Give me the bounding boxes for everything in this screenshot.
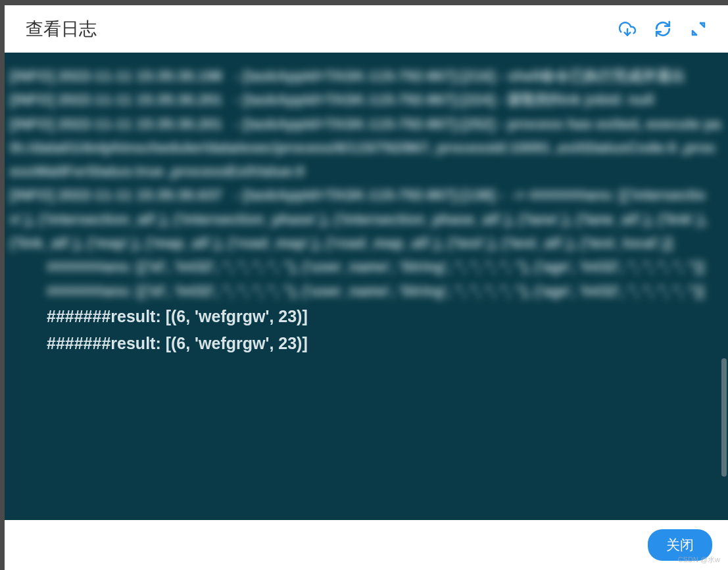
log-line: #######ans: [('id', 'Int32', '', '', '',… <box>10 279 723 303</box>
log-body[interactable]: [INFO] 2022-11-11 15:35:30.198 - [taskAp… <box>5 53 728 520</box>
log-line: [INFO] 2022-11-11 15:35:30.198 - [taskAp… <box>10 64 723 88</box>
modal-header: 查看日志 <box>5 5 728 53</box>
refresh-icon[interactable] <box>654 20 671 37</box>
log-line: [INFO] 2022-11-11 15:35:30.201 - [taskAp… <box>10 112 723 184</box>
modal-title: 查看日志 <box>26 17 97 41</box>
header-actions <box>619 20 707 37</box>
log-line: #######result: [(6, 'wefgrgw', 23)] <box>10 330 723 357</box>
fullscreen-icon[interactable] <box>690 20 707 37</box>
log-line: #######result: [(6, 'wefgrgw', 23)] <box>10 303 723 330</box>
scrollbar-thumb[interactable] <box>721 358 727 477</box>
modal-footer: 关闭 <box>5 520 728 570</box>
log-line: #######ans: [('id', 'Int32', '', '', '',… <box>10 255 723 279</box>
watermark: CSDN @水w <box>678 555 720 565</box>
log-line: [INFO] 2022-11-11 15:35:30.201 - [taskAp… <box>10 88 723 112</box>
log-line: [INFO] 2022-11-11 15:35:30.637 - [taskAp… <box>10 183 723 255</box>
download-icon[interactable] <box>619 20 636 37</box>
log-viewer-modal: 查看日志 <box>5 5 728 570</box>
